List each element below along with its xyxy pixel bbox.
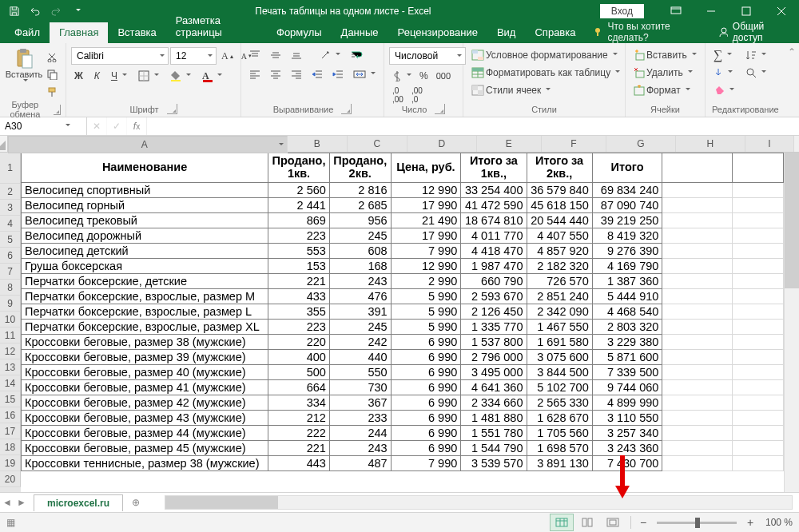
cell[interactable] <box>662 183 733 198</box>
cell[interactable] <box>662 365 733 380</box>
cell[interactable] <box>733 244 784 259</box>
cell[interactable]: 4 011 770 <box>461 228 527 244</box>
horizontal-scrollbar[interactable] <box>165 495 793 510</box>
cell[interactable]: 3 844 500 <box>527 365 593 380</box>
cell[interactable] <box>662 441 733 456</box>
cell[interactable]: 2 851 240 <box>527 289 593 304</box>
cell[interactable]: 87 090 740 <box>593 198 663 213</box>
insert-function-button[interactable]: fx <box>127 117 147 135</box>
cell[interactable]: 17 990 <box>392 198 462 213</box>
comma-button[interactable]: 000 <box>433 68 454 84</box>
cell[interactable]: 221 <box>268 274 330 289</box>
cell[interactable]: 5 990 <box>392 289 462 304</box>
cell[interactable]: 4 418 470 <box>461 244 527 259</box>
align-left-button[interactable] <box>246 66 264 82</box>
tab-home[interactable]: Главная <box>50 22 108 43</box>
cell[interactable]: 223 <box>268 320 330 335</box>
cell[interactable]: 1 537 800 <box>461 335 527 350</box>
cell[interactable]: 5 871 600 <box>593 350 663 365</box>
row-header[interactable]: 19 <box>0 455 21 471</box>
column-header-B[interactable]: B <box>288 136 348 152</box>
cell[interactable]: 1 544 790 <box>461 441 527 456</box>
cell[interactable]: 730 <box>330 380 392 395</box>
cell[interactable]: 487 <box>330 456 392 471</box>
cell[interactable]: 1 691 580 <box>527 335 593 350</box>
cell[interactable]: Велосипед спортивный <box>21 183 268 198</box>
cell[interactable]: 400 <box>268 350 330 365</box>
cell[interactable] <box>662 456 733 471</box>
close-icon[interactable] <box>764 0 799 22</box>
cell[interactable]: 222 <box>268 426 330 441</box>
sheet-nav-prev[interactable]: ◄ <box>0 494 14 510</box>
cell[interactable]: 5 102 700 <box>527 380 593 395</box>
row-header[interactable]: 4 <box>0 216 21 232</box>
cell[interactable]: 6 990 <box>392 426 462 441</box>
cell[interactable]: Продано, 1кв. <box>268 153 330 183</box>
cell[interactable]: 244 <box>330 426 392 441</box>
share-button[interactable]: Общий доступ <box>707 21 799 43</box>
formula-input[interactable] <box>147 117 799 135</box>
conditional-formatting-button[interactable]: Условное форматирование <box>468 47 621 63</box>
cell[interactable]: 69 834 240 <box>593 183 663 198</box>
cell[interactable]: 1 987 470 <box>461 259 527 274</box>
cell[interactable]: 2 990 <box>392 274 462 289</box>
cell[interactable] <box>662 304 733 320</box>
row-header[interactable]: 10 <box>0 312 21 328</box>
column-header-E[interactable]: E <box>477 136 542 152</box>
cell[interactable]: 2 334 660 <box>461 395 527 411</box>
cell[interactable] <box>662 259 733 274</box>
cell[interactable]: 6 990 <box>392 335 462 350</box>
cell[interactable]: Перчатки боксерские, детские <box>21 274 268 289</box>
cell[interactable]: Итого за 2кв., <box>527 153 593 183</box>
cell[interactable]: 1 551 780 <box>461 426 527 441</box>
cell[interactable]: 18 674 810 <box>461 213 527 228</box>
cell[interactable]: Велосипед детский <box>21 244 268 259</box>
column-header-H[interactable]: H <box>676 136 745 152</box>
merge-button[interactable] <box>350 66 379 82</box>
cell[interactable]: 553 <box>268 244 330 259</box>
cell[interactable]: 1 467 550 <box>527 320 593 335</box>
select-all-button[interactable] <box>0 136 8 152</box>
align-right-button[interactable] <box>288 66 305 82</box>
cell[interactable]: 6 990 <box>392 395 462 411</box>
cell[interactable]: 3 075 600 <box>527 350 593 365</box>
delete-cells-button[interactable]: Удалить <box>630 65 696 81</box>
cell[interactable]: 391 <box>330 304 392 320</box>
cell[interactable]: 7 430 700 <box>593 456 663 471</box>
decrease-indent-button[interactable] <box>308 66 326 82</box>
cell[interactable]: 2 342 090 <box>527 304 593 320</box>
autosum-button[interactable]: ∑ <box>710 47 737 63</box>
cell[interactable]: 168 <box>330 259 392 274</box>
cell[interactable]: 7 339 500 <box>593 365 663 380</box>
number-launcher[interactable] <box>435 104 445 114</box>
macro-record-icon[interactable]: ▦ <box>6 517 15 528</box>
cell[interactable]: 4 169 790 <box>593 259 663 274</box>
cell[interactable]: 6 990 <box>392 411 462 426</box>
cell[interactable]: Перчатки боксерские, взрослые, размер L <box>21 304 268 320</box>
cell[interactable]: 726 570 <box>527 274 593 289</box>
increase-font-button[interactable]: A▴ <box>218 48 237 64</box>
cell[interactable] <box>733 153 784 183</box>
cut-button[interactable] <box>43 49 61 65</box>
cell[interactable]: 2 441 <box>268 198 330 213</box>
row-header[interactable]: 1 <box>0 153 21 184</box>
cell[interactable]: 2 816 <box>330 183 392 198</box>
cell[interactable]: 1 387 360 <box>593 274 663 289</box>
cell[interactable] <box>662 274 733 289</box>
zoom-out-button[interactable]: − <box>636 516 650 529</box>
cell[interactable]: 1 698 570 <box>527 441 593 456</box>
cell[interactable]: 869 <box>268 213 330 228</box>
cell[interactable]: 245 <box>330 320 392 335</box>
cell[interactable]: 3 110 550 <box>593 411 663 426</box>
row-header[interactable]: 16 <box>0 407 21 423</box>
cell[interactable]: Итого <box>593 153 663 183</box>
collapse-ribbon-button[interactable]: ⌃ <box>788 46 796 58</box>
align-top-button[interactable] <box>246 47 264 63</box>
cell[interactable]: 3 891 130 <box>527 456 593 471</box>
tab-data[interactable]: Данные <box>332 22 388 43</box>
row-header[interactable]: 3 <box>0 200 21 216</box>
vertical-scrollbar[interactable] <box>784 153 799 492</box>
cell[interactable]: 33 254 400 <box>461 183 527 198</box>
tab-insert[interactable]: Вставка <box>108 22 165 43</box>
tab-view[interactable]: Вид <box>487 22 526 43</box>
